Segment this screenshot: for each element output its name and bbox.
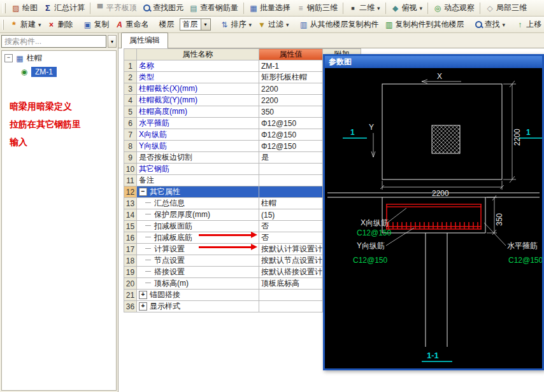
chevron-down-icon: ▾ — [38, 22, 41, 28]
find-element-button[interactable]: 查找图元 — [140, 1, 186, 15]
axis-y-arrow — [371, 133, 375, 157]
property-value-cell[interactable] — [259, 186, 323, 198]
view-2d-button[interactable]: ■ 二维 ▾ — [346, 1, 383, 15]
tree-node-label: 柱帽 — [27, 53, 42, 64]
column-hatch — [432, 125, 460, 153]
property-value-cell[interactable]: 否 — [259, 232, 323, 244]
property-value-cell[interactable]: 2200 — [259, 83, 323, 95]
y-bars-spec: C12@150 — [353, 256, 388, 265]
dialog-title: 参数图 — [329, 57, 352, 66]
property-name-text: 计算设置 — [154, 244, 185, 253]
row-number-cell: 8 — [124, 141, 137, 152]
property-value-cell[interactable]: 2200 — [259, 95, 323, 106]
property-value-cell[interactable]: Φ12@150 — [259, 118, 323, 129]
button-label: 复制构件到其他楼层 — [396, 19, 464, 30]
property-value-cell[interactable] — [259, 175, 323, 186]
row-number-cell: 17 — [124, 244, 137, 255]
chevron-down-icon: ▾ — [111, 39, 113, 45]
copy-from-floor-button[interactable]: ▥ 从其他楼层复制构件 — [297, 18, 382, 31]
property-value-cell[interactable]: (15) — [259, 209, 323, 221]
component-tree: − ▦ 柱帽 ◉ ZM-1 暗梁用暗梁定义 拉筋在其它钢筋里 输入 — [1, 50, 117, 391]
tab-property-editor[interactable]: 属性编辑 — [121, 32, 168, 48]
search-options-button[interactable]: ▾ — [108, 35, 117, 48]
button-label: 俯视 — [402, 3, 417, 13]
orbit-button[interactable]: ◎ 动态观察 — [431, 1, 477, 15]
property-name-cell: 备注 — [137, 175, 259, 186]
button-label: 二维 — [359, 3, 375, 13]
tree-item-zm1[interactable]: ◉ ZM-1 — [17, 65, 116, 78]
dialog-title-bar[interactable]: 参数图 — [325, 56, 542, 68]
annotation-notes: 暗梁用暗梁定义 拉筋在其它钢筋里 输入 — [10, 97, 116, 151]
button-label: 重命名 — [126, 19, 149, 30]
find-button[interactable]: 查找 ▾ — [472, 18, 508, 31]
copy-icon: ▣ — [83, 20, 92, 29]
filter-button[interactable]: ▼ 过滤 ▾ — [255, 18, 292, 31]
property-value-cell[interactable]: Φ12@150 — [259, 129, 323, 141]
rebar-3d-button[interactable]: ≡ 钢筋三维 — [294, 1, 340, 15]
batch-select-icon: ▦ — [249, 4, 258, 13]
property-value-cell[interactable]: ZM-1 — [259, 60, 323, 72]
button-label: 查找 — [485, 19, 500, 30]
collapse-icon[interactable]: − — [139, 188, 147, 196]
move-up-button[interactable]: ↑ 上移 — [513, 18, 544, 31]
property-value-cell[interactable]: 350 — [259, 106, 323, 118]
col-header-value[interactable]: 属性值 — [259, 49, 323, 60]
property-value-cell[interactable]: 按默认搭接设置计算 — [259, 267, 323, 278]
rename-button[interactable]: A 重命名 — [113, 18, 152, 31]
tree-expander-icon[interactable]: − — [4, 54, 13, 62]
copy-button[interactable]: ▣ 复制 — [81, 18, 112, 31]
col-header-name[interactable]: 属性名称 — [137, 49, 259, 60]
tree-node-column-cap[interactable]: − ▦ 柱帽 — [2, 51, 116, 65]
draw-button[interactable]: ▨ 绘图 — [9, 1, 40, 15]
chevron-down-icon: ▾ — [503, 22, 506, 28]
row-number-cell: 12 — [124, 186, 137, 198]
stirrup-label: 水平箍筋 — [507, 241, 538, 250]
property-name-text: 扣减板底筋 — [154, 233, 192, 242]
property-value-cell[interactable] — [259, 301, 323, 312]
align-slab-top-button[interactable]: ▀ 平齐板顶 — [93, 1, 140, 15]
property-value-cell[interactable]: 是 — [259, 152, 323, 164]
search-input[interactable] — [1, 35, 106, 48]
plan-height-dimension: 2200 — [513, 129, 522, 146]
property-value-cell[interactable]: 否 — [259, 221, 323, 232]
property-value-cell[interactable]: 矩形托板柱帽 — [259, 72, 323, 83]
summary-calc-button[interactable]: Σ 汇总计算 — [41, 1, 87, 15]
property-value-cell[interactable]: 顶板底标高 — [259, 278, 323, 290]
new-button[interactable]: * 新建 ▾ — [7, 18, 44, 31]
sort-icon: ⇅ — [220, 20, 229, 29]
expand-icon[interactable]: + — [139, 291, 147, 299]
component-sidebar: ▾ − ▦ 柱帽 ◉ ZM-1 暗梁用暗梁定义 拉筋在其它钢筋里 输入 — [0, 33, 118, 392]
toolbar-grip — [3, 3, 6, 13]
expand-icon[interactable]: + — [139, 302, 147, 311]
property-name-cell: 计算设置 — [137, 244, 259, 255]
sort-button[interactable]: ⇅ 排序 ▾ — [218, 18, 255, 31]
tree-item-label-selected: ZM-1 — [31, 67, 57, 77]
property-value-cell[interactable] — [259, 164, 323, 175]
property-name-text: 节点设置 — [154, 256, 185, 265]
floor-label-text: 楼层 — [159, 19, 175, 30]
view-rebar-quantity-button[interactable]: ▤ 查看钢筋量 — [187, 1, 241, 15]
floor-select[interactable]: 首层 ▾ — [180, 18, 211, 31]
chevron-down-icon: ▾ — [377, 5, 380, 11]
col-header-corner — [124, 49, 137, 60]
property-value-cell[interactable]: 柱帽 — [259, 198, 323, 209]
copy-to-floor-button[interactable]: ▥ 复制构件到其他楼层 — [382, 18, 467, 31]
property-name-cell: 顶标高(m) — [137, 278, 259, 290]
cad-drawing: X Y 1 1 2200 2200 350 X向纵筋 C12@150 Y向纵筋 … — [325, 68, 542, 368]
property-value-cell[interactable]: 按默认计算设置计算 — [259, 244, 323, 255]
property-value-cell[interactable] — [259, 290, 323, 301]
property-value-cell[interactable]: 按默认节点设置计算 — [259, 255, 323, 267]
draw-icon: ▨ — [11, 4, 20, 13]
partial-3d-button[interactable]: ◇ 局部三维 — [483, 1, 529, 15]
cad-canvas: X Y 1 1 2200 2200 350 X向纵筋 C12@150 Y向纵筋 … — [325, 68, 542, 368]
property-value-cell[interactable]: Φ12@150 — [259, 141, 323, 152]
button-label: 动态观察 — [444, 3, 475, 13]
top-view-button[interactable]: ◆ 俯视 ▾ — [389, 1, 426, 15]
delete-button[interactable]: × 删除 — [45, 18, 76, 31]
floor-select-dropdown-button[interactable]: ▾ — [201, 19, 210, 30]
batch-select-button[interactable]: ▦ 批量选择 — [247, 1, 293, 15]
chevron-down-icon: ▾ — [249, 22, 252, 28]
y-bars-label: Y向纵筋 — [357, 241, 385, 250]
rename-icon: A — [115, 20, 124, 29]
button-label: 查找图元 — [153, 3, 183, 13]
